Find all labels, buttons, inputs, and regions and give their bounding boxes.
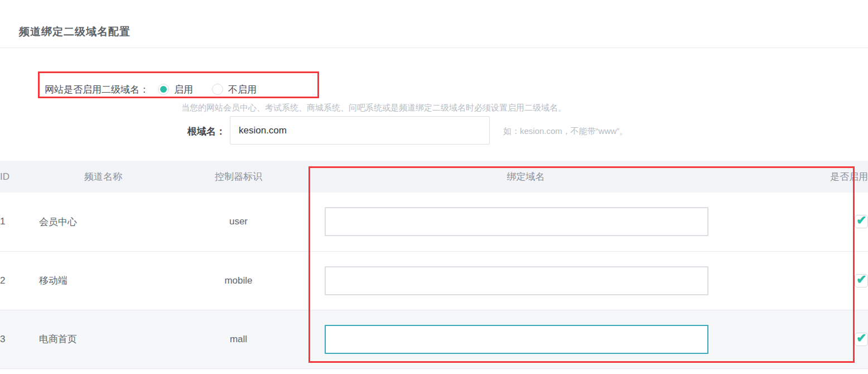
enabled-checkbox[interactable]: ✔ <box>855 274 868 287</box>
cell-channel-name: 移动端 <box>39 251 167 310</box>
table-header: ID 频道名称 控制器标识 绑定域名 是否启用 <box>0 161 868 193</box>
cell-channel-id: 3 <box>0 310 39 368</box>
cell-controller-id: user <box>167 193 310 251</box>
root-domain-label: 根域名： <box>187 125 228 138</box>
radio-unselected-icon <box>212 84 223 95</box>
cell-channel-id: 2 <box>0 251 39 310</box>
radio-disable[interactable]: 不启用 <box>212 83 257 96</box>
header-bind-domain: 绑定域名 <box>310 161 742 193</box>
bind-domain-input[interactable] <box>325 325 708 354</box>
root-domain-input[interactable] <box>230 116 490 145</box>
enable-domain-label: 网站是否启用二级域名： <box>45 83 149 96</box>
bind-domain-input[interactable] <box>325 207 708 236</box>
checkmark-icon: ✔ <box>856 331 866 346</box>
checkmark-icon: ✔ <box>856 213 866 228</box>
cell-channel-name: 电商首页 <box>39 310 167 368</box>
table-row: 2 移动端 mobile ✔ <box>0 251 868 310</box>
enable-domain-setting-row: 网站是否启用二级域名： 启用 不启用 <box>45 80 276 99</box>
cell-channel-name: 会员中心 <box>39 193 167 251</box>
header-is-enabled: 是否启用 <box>742 161 868 193</box>
enable-help-text: 当您的网站会员中心、考试系统、商城系统、问吧系统或是频道绑定二级域名时必须设置启… <box>181 103 566 113</box>
cell-controller-id: mall <box>167 310 310 368</box>
table-row: 3 电商首页 mall ✔ <box>0 310 868 368</box>
radio-disable-label: 不启用 <box>228 83 257 96</box>
header-id: ID <box>0 161 39 193</box>
enabled-checkbox[interactable]: ✔ <box>855 215 868 228</box>
header-controller-id: 控制器标识 <box>167 161 310 193</box>
radio-enable[interactable]: 启用 <box>158 83 193 96</box>
table-row: 1 会员中心 user ✔ <box>0 193 868 251</box>
cell-controller-id: mobile <box>167 251 310 310</box>
header-channel-name: 频道名称 <box>39 161 167 193</box>
channel-domain-table: ID 频道名称 控制器标识 绑定域名 是否启用 1 会员中心 user ✔ 2 … <box>0 161 868 369</box>
enabled-checkbox[interactable]: ✔ <box>855 333 868 346</box>
checkmark-icon: ✔ <box>856 272 866 287</box>
radio-selected-icon <box>158 84 169 95</box>
title-divider <box>0 47 868 48</box>
radio-enable-label: 启用 <box>174 83 193 96</box>
root-domain-hint: 如：kesion.com，不能带“www”。 <box>503 126 628 137</box>
bind-domain-input[interactable] <box>325 266 708 295</box>
page-title: 频道绑定二级域名配置 <box>19 25 131 39</box>
cell-channel-id: 1 <box>0 193 39 251</box>
